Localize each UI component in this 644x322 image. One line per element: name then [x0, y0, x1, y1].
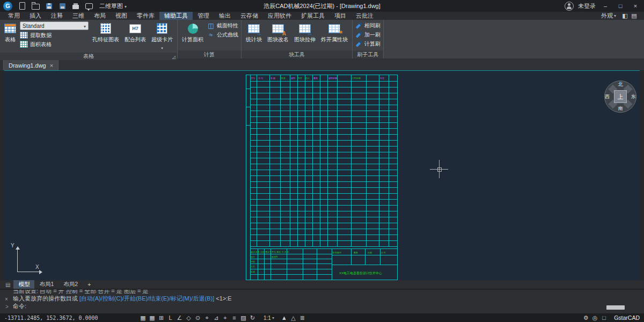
layout-menu-icon[interactable]: ▤	[3, 282, 12, 288]
clean-screen-icon[interactable]: □	[599, 314, 609, 321]
super-card-icon	[157, 23, 167, 34]
calc-brush-button[interactable]: 计算刷	[355, 40, 380, 48]
ribbon-tab-9[interactable]: 管理	[193, 12, 214, 20]
lineweight-icon[interactable]: ≡	[230, 314, 239, 321]
minimize-button[interactable]: –	[600, 3, 611, 9]
command-close-icon[interactable]: ×	[5, 296, 8, 302]
command-window[interactable]: × 当前设置: 自动 = 开 控制 = 全部 合并 = 是 图层 = 是 输入要…	[0, 289, 644, 313]
object-snap-tracking-icon[interactable]: ⌖	[202, 314, 211, 321]
close-button[interactable]: ×	[630, 3, 641, 9]
selection-cycling-icon[interactable]: ↻	[248, 314, 257, 321]
ortho-mode-icon[interactable]: L	[166, 314, 175, 321]
explode-attribute-block-button[interactable]: 炸开属性块	[319, 21, 349, 49]
table-style-select[interactable]: Standard	[20, 21, 89, 30]
block-rename-button[interactable]: 图块改名	[266, 21, 290, 49]
app-logo-icon[interactable]: G	[3, 2, 12, 11]
user-avatar-icon[interactable]	[565, 2, 574, 11]
extract-data-button[interactable]: 提取数据	[20, 31, 89, 39]
formula-curve-label: 公式曲线	[217, 31, 238, 39]
chevron-down-icon	[84, 23, 86, 29]
ribbon-tab-15[interactable]: 云批注	[351, 12, 378, 20]
formula-curve-button[interactable]: ≈ 公式曲线	[207, 31, 238, 39]
ribbon-tab-5[interactable]: 布局	[89, 12, 111, 20]
command-history-line: 输入要放弃的操作数目或 [自动(A)/控制(C)/开始(BE)/结束(E)/标记…	[0, 295, 644, 302]
ribbon-tab-3[interactable]: 注释	[46, 12, 68, 20]
view-compass[interactable]: 上 北 南 西 东	[603, 79, 638, 114]
dynamic-input-icon[interactable]: +	[221, 314, 230, 321]
drawing-canvas[interactable]: 序号代 号名 称数量材料单件总计重量材料定额工时定额备注标记 处数 分区 更改文…	[4, 70, 640, 280]
table-icon	[4, 24, 16, 33]
block-count-button[interactable]: 统计块	[244, 21, 264, 49]
add-layout-button[interactable]: +	[84, 281, 94, 288]
ribbon-tab-7[interactable]: 零件库	[132, 12, 159, 20]
compass-top-view-button[interactable]: 上	[614, 90, 627, 103]
ribbon-tab-14[interactable]: 项目	[330, 12, 351, 20]
ribbon-tab-4[interactable]: 三维	[68, 12, 89, 20]
add-one-brush-button[interactable]: 加一刷	[355, 31, 380, 39]
canvas-area: 序号代 号名 称数量材料单件总计重量材料定额工时定额备注标记 处数 分区 更改文…	[0, 70, 644, 280]
feedback-button[interactable]	[85, 2, 93, 10]
svg-text:比例: 比例	[368, 251, 372, 254]
object-snap-icon[interactable]: ⊙	[193, 314, 202, 321]
ribbon-tab-10[interactable]: 输出	[214, 12, 236, 20]
isometric-drafting-icon[interactable]: ◇	[184, 314, 193, 321]
print-button[interactable]	[71, 2, 80, 10]
new-file-button[interactable]	[18, 2, 26, 10]
ribbon-tab-13[interactable]: 扩展工具	[296, 12, 330, 20]
layout-tab-1[interactable]: 模型	[13, 280, 34, 289]
block-stretch-button[interactable]: 图块拉伸	[292, 21, 317, 49]
login-label[interactable]: 未登录	[578, 2, 596, 10]
polar-tracking-icon[interactable]: ∠	[175, 314, 184, 321]
hole-chart-button[interactable]: 孔特征图表	[91, 21, 121, 52]
appearance-dropdown[interactable]: 外观	[601, 12, 616, 20]
dialog-launcher-icon[interactable]: ◿	[172, 55, 175, 60]
tab-close-icon[interactable]: ×	[50, 62, 53, 69]
ribbon-tab-8[interactable]: 辅助工具	[159, 12, 193, 20]
ribbon-tab-11[interactable]: 云存储	[236, 12, 263, 20]
fit-list-button[interactable]: H7 配合列表	[123, 21, 148, 52]
compass-east-label[interactable]: 东	[631, 93, 636, 100]
ribbon-tab-6[interactable]: 视图	[111, 12, 132, 20]
compass-north-label[interactable]: 北	[618, 81, 623, 88]
annotation-monitor-icon[interactable]: ≣	[298, 314, 307, 321]
grid-display-icon[interactable]: ▦	[148, 314, 157, 321]
block-rename-icon	[272, 24, 284, 33]
table-button[interactable]: 表格	[3, 21, 18, 52]
layout-tab-2[interactable]: 布局1	[34, 280, 58, 289]
auto-annotation-scale-icon[interactable]: △	[289, 314, 298, 321]
settings-gear-icon[interactable]: ⚙	[581, 314, 590, 321]
svg-text:数量: 数量	[281, 77, 286, 79]
dynamic-ucs-icon[interactable]: ⊿	[211, 314, 221, 321]
annotation-visibility-icon[interactable]: ▲	[280, 314, 289, 321]
snap-mode-icon[interactable]: ⊞	[157, 314, 166, 321]
ribbon-tab-2[interactable]: 插入	[25, 12, 46, 20]
ribbon-tab-12[interactable]: 应用软件	[263, 12, 296, 20]
command-input-line[interactable]: 命令:	[0, 302, 644, 310]
save-button[interactable]	[45, 2, 53, 10]
document-tab[interactable]: Drawing1.dwg ×	[3, 60, 58, 70]
workspace-dropdown[interactable]: 二维草图	[97, 2, 129, 10]
isolate-objects-icon[interactable]: ◎	[590, 314, 599, 321]
compass-west-label[interactable]: 西	[605, 93, 610, 100]
section-properties-button[interactable]: ◫ 截面特性	[207, 21, 238, 30]
same-brush-label: 相同刷	[364, 22, 380, 30]
layout-tab-3[interactable]: 布局2	[58, 280, 83, 289]
panel-toggle-icon[interactable]: ▤	[630, 12, 639, 19]
super-card-button[interactable]: 超级卡片	[150, 21, 174, 52]
compass-south-label[interactable]: 南	[618, 105, 623, 112]
maximize-button[interactable]: □	[615, 3, 626, 9]
transparency-icon[interactable]: ▨	[239, 314, 248, 321]
command-scrollbar[interactable]	[606, 305, 625, 310]
table-style-value: Standard	[23, 23, 45, 29]
command-options[interactable]: [自动(A)/控制(C)/开始(BE)/结束(E)/标记(M)/后退(B)]	[79, 295, 214, 302]
calc-area-button[interactable]: 计算面积	[180, 21, 205, 49]
save-as-button[interactable]	[58, 2, 67, 10]
coordinates-display: -13711.2485, 152.3672, 0.0000	[4, 315, 98, 321]
interface-style-icon[interactable]: ◧	[620, 12, 630, 19]
same-brush-button[interactable]: 相同刷	[355, 21, 380, 30]
model-space-icon[interactable]: ▦	[138, 314, 148, 321]
area-table-button[interactable]: 面积表格	[20, 40, 89, 48]
open-file-button[interactable]	[31, 2, 40, 10]
ribbon-tab-1[interactable]: 常用	[3, 12, 25, 20]
annotation-scale-button[interactable]: 1:1	[264, 315, 274, 321]
